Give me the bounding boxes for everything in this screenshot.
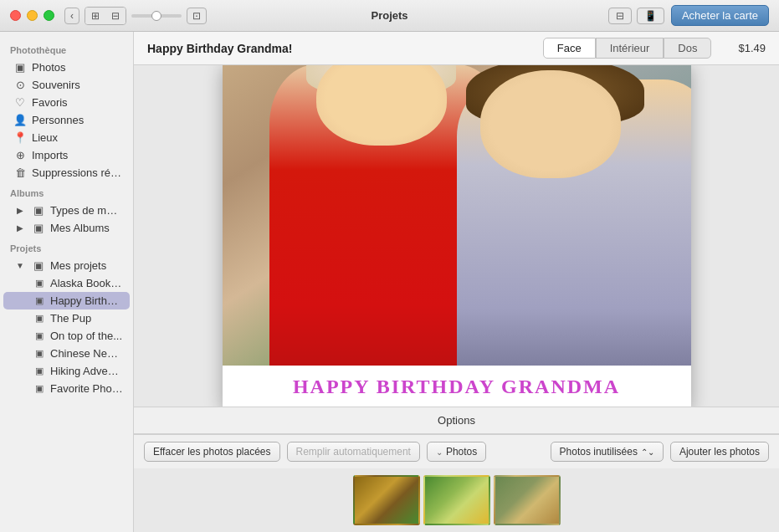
preview-button[interactable]: ⊡	[187, 8, 207, 24]
sidebar-item-imports[interactable]: ⊕ Imports	[3, 146, 130, 164]
sidebar-item-label: Alaska Book Pr...	[50, 277, 123, 289]
sidebar-item-on-top-of[interactable]: ▣ On top of the...	[3, 327, 130, 345]
options-button[interactable]: Options	[424, 412, 489, 428]
sidebar-item-label: Personnes	[32, 114, 123, 126]
sidebar-item-deleted[interactable]: 🗑 Suppressions réce...	[3, 164, 130, 182]
projects-folder-icon: ▣	[32, 259, 45, 272]
sidebar-item-hiking[interactable]: ▣ Hiking Adventure	[3, 362, 130, 380]
view-toggle: ⊞ ⊟	[85, 7, 126, 25]
projects-expand-icon: ▼	[13, 261, 27, 270]
thumbnail-1[interactable]	[353, 475, 420, 525]
places-icon: 📍	[13, 131, 27, 144]
favorite-photos-icon: ▣	[33, 383, 45, 394]
sidebar-item-label: Hiking Adventure	[50, 365, 123, 377]
sidebar-item-my-albums[interactable]: ▶ ▣ Mes Albums	[3, 219, 130, 237]
card-display: HAPPY BIRTHDAY GRANDMA	[134, 65, 779, 407]
sidebar-item-label: Favorite Photos	[50, 382, 123, 395]
tab-face[interactable]: Face	[543, 38, 596, 59]
sidebar-item-label: Photos	[32, 61, 123, 74]
window-title: Projets	[371, 9, 407, 22]
maximize-button[interactable]	[44, 10, 54, 21]
my-albums-expand-icon: ▶	[13, 223, 27, 233]
zoom-slider-track[interactable]	[131, 14, 182, 18]
the-pup-icon: ▣	[33, 313, 45, 324]
zoom-slider-thumb[interactable]	[151, 11, 161, 21]
sidebar-toggle-button[interactable]: ⊟	[608, 8, 632, 24]
projects-section-label: Projets	[0, 237, 133, 257]
close-button[interactable]	[10, 10, 21, 21]
people-icon: 👤	[13, 114, 27, 126]
folder-icon: ▣	[32, 204, 45, 217]
alaska-icon: ▣	[33, 278, 45, 289]
buy-button[interactable]: Acheter la carte	[671, 5, 769, 26]
card-photo	[223, 65, 691, 366]
sidebar-item-media-types[interactable]: ▶ ▣ Types de média	[3, 202, 130, 219]
auto-fill-button[interactable]: Remplir automatiquement	[287, 442, 420, 462]
sidebar-item-places[interactable]: 📍 Lieux	[3, 129, 130, 146]
toolbar-right: Photos inutilisées ⌃⌄ Ajouter les photos	[551, 442, 769, 462]
thumbnail-2[interactable]	[423, 475, 490, 525]
thumbnail-3[interactable]	[494, 475, 561, 525]
titlebar: ‹ ⊞ ⊟ ⊡ Projets ⊟ 📱 Acheter la carte	[0, 0, 779, 32]
photos-dropdown-label: Photos	[446, 446, 477, 458]
card-wrapper[interactable]: HAPPY BIRTHDAY GRANDMA	[223, 65, 691, 407]
tab-back[interactable]: Dos	[664, 38, 711, 59]
photos-sort-dropdown[interactable]: Photos inutilisées ⌃⌄	[551, 442, 664, 462]
photos-sort-label: Photos inutilisées	[560, 446, 638, 458]
tab-interior[interactable]: Intérieur	[596, 38, 664, 59]
sidebar-item-alaska[interactable]: ▣ Alaska Book Pr...	[3, 274, 130, 292]
card-greeting-text: HAPPY BIRTHDAY GRANDMA	[236, 376, 678, 398]
price-label: $1.49	[738, 42, 766, 54]
sidebar-item-favorite-photos[interactable]: ▣ Favorite Photos	[3, 380, 130, 397]
favorites-icon: ♡	[13, 96, 27, 109]
mobile-view-button[interactable]: 📱	[637, 8, 664, 24]
sidebar-item-label: Imports	[32, 149, 123, 161]
sidebar-item-label: On top of the...	[50, 330, 123, 342]
sidebar-item-label: Mes projets	[50, 259, 123, 272]
header-tabs: Face Intérieur Dos	[543, 38, 712, 59]
hiking-icon: ▣	[33, 366, 45, 376]
thumbnails-row	[134, 468, 779, 532]
imports-icon: ⊕	[13, 149, 27, 161]
on-top-of-icon: ▣	[33, 330, 45, 341]
view-icon-button[interactable]: ⊟	[105, 8, 126, 24]
content-title: Happy Birthday Grandma!	[147, 42, 292, 55]
sidebar-item-label: Suppressions réce...	[32, 166, 123, 179]
main-layout: Photothèque ▣ Photos ⊙ Souvenirs ♡ Favor…	[0, 32, 779, 532]
sidebar-item-the-pup[interactable]: ▣ The Pup	[3, 309, 130, 327]
photos-dropdown[interactable]: ⌄ Photos	[427, 442, 486, 462]
sidebar-item-happy-birthday[interactable]: ▣ Happy Birthday...	[3, 292, 130, 309]
sidebar-item-people[interactable]: 👤 Personnes	[3, 111, 130, 129]
sidebar-item-favorites[interactable]: ♡ Favoris	[3, 94, 130, 111]
sort-chevron-icon: ⌃⌄	[641, 448, 654, 457]
photo-scene	[223, 65, 691, 366]
bottom-toolbar: Effacer les photos placées Remplir autom…	[134, 434, 779, 468]
sidebar-item-chinese-new[interactable]: ▣ Chinese New Y...	[3, 345, 130, 362]
sidebar: Photothèque ▣ Photos ⊙ Souvenirs ♡ Favor…	[0, 32, 134, 532]
sidebar-item-memories[interactable]: ⊙ Souvenirs	[3, 76, 130, 94]
options-bar: Options	[134, 407, 779, 434]
content-header: Happy Birthday Grandma! Face Intérieur D…	[134, 32, 779, 65]
sidebar-item-mes-projets[interactable]: ▼ ▣ Mes projets	[3, 257, 130, 274]
grandma-head	[316, 65, 448, 146]
sidebar-item-label: Lieux	[32, 131, 123, 144]
clear-photos-button[interactable]: Effacer les photos placées	[144, 442, 280, 462]
chevron-down-icon: ⌄	[436, 448, 443, 457]
photos-icon: ▣	[13, 61, 27, 74]
content-area: Happy Birthday Grandma! Face Intérieur D…	[134, 32, 779, 532]
zoom-slider-area	[131, 14, 182, 18]
media-types-icon: ▶	[13, 206, 27, 215]
girl-head	[480, 70, 621, 179]
library-section-label: Photothèque	[0, 38, 133, 59]
add-photos-button[interactable]: Ajouter les photos	[670, 442, 769, 462]
back-button[interactable]: ‹	[64, 8, 79, 24]
happy-birthday-icon: ▣	[33, 295, 45, 306]
minimize-button[interactable]	[27, 10, 38, 21]
sidebar-item-label: Souvenirs	[32, 79, 123, 91]
sidebar-item-photos[interactable]: ▣ Photos	[3, 59, 130, 76]
window-controls	[10, 10, 54, 21]
sidebar-item-label: Chinese New Y...	[50, 347, 123, 360]
sidebar-item-label: Happy Birthday...	[50, 294, 123, 307]
view-list-button[interactable]: ⊞	[85, 8, 105, 24]
card-text-bar: HAPPY BIRTHDAY GRANDMA	[223, 366, 691, 407]
